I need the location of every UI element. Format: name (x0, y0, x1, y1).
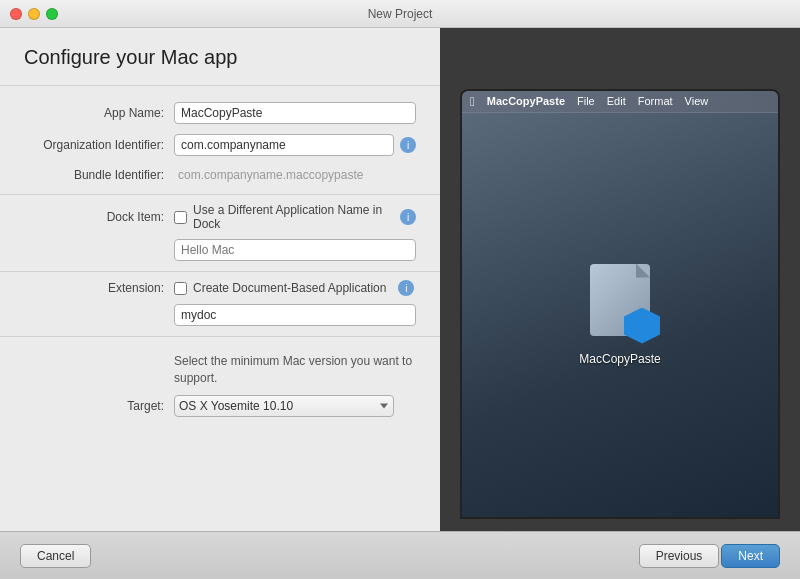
dock-item-label: Dock Item: (24, 210, 174, 224)
app-name-label: App Name: (24, 106, 174, 120)
dock-item-checkbox-row: Dock Item: Use a Different Application N… (0, 203, 440, 231)
mac-menu-app-name: MacCopyPaste (487, 95, 565, 107)
mac-menubar:  MacCopyPaste File Edit Format View (462, 91, 778, 113)
dock-item-checkbox[interactable] (174, 211, 187, 224)
dock-item-checkbox-content: Use a Different Application Name in Dock… (174, 203, 416, 231)
mac-menu-view: View (685, 95, 709, 107)
target-select-wrapper: OS X Yosemite 10.10 OS X Mavericks 10.9 … (174, 395, 394, 417)
extension-checkbox[interactable] (174, 282, 187, 295)
target-row: Target: OS X Yosemite 10.10 OS X Maveric… (0, 391, 440, 421)
extension-checkbox-row: Extension: Create Document-Based Applica… (0, 280, 440, 296)
app-icon-label: MacCopyPaste (579, 352, 660, 366)
close-button[interactable] (10, 8, 22, 20)
nav-buttons: Previous Next (639, 544, 780, 568)
target-description: Select the minimum Mac version you want … (0, 345, 440, 391)
left-panel: Configure your Mac app App Name: Organiz… (0, 28, 440, 579)
dock-item-label-spacer: Dock Item: (24, 210, 174, 224)
bundle-id-row: Bundle Identifier: com.companyname.macco… (0, 166, 440, 184)
org-id-info-icon[interactable]: i (400, 137, 416, 153)
right-panel:  MacCopyPaste File Edit Format View Mac… (440, 28, 800, 579)
bundle-id-label: Bundle Identifier: (24, 168, 174, 182)
bundle-id-value: com.companyname.maccopypaste (174, 166, 416, 184)
target-select[interactable]: OS X Yosemite 10.10 OS X Mavericks 10.9 … (174, 395, 394, 417)
next-button[interactable]: Next (721, 544, 780, 568)
extension-label-spacer: Extension: (24, 281, 174, 295)
app-icon (580, 264, 660, 344)
window-title: New Project (368, 7, 433, 21)
extension-input[interactable] (174, 304, 416, 326)
apple-menu-icon:  (470, 94, 475, 109)
target-label: Target: (24, 399, 174, 413)
maximize-button[interactable] (46, 8, 58, 20)
org-id-input[interactable] (174, 134, 394, 156)
app-name-input[interactable] (174, 102, 416, 124)
extension-input-row (0, 304, 440, 326)
cancel-button[interactable]: Cancel (20, 544, 91, 568)
main-content: Configure your Mac app App Name: Organiz… (0, 28, 800, 579)
separator-2 (0, 271, 440, 272)
mac-menu-edit: Edit (607, 95, 626, 107)
org-id-label: Organization Identifier: (24, 138, 174, 152)
previous-button[interactable]: Previous (639, 544, 720, 568)
bottom-bar: Cancel Previous Next (0, 531, 800, 579)
extension-checkbox-label: Create Document-Based Application (193, 281, 386, 295)
page-title: Configure your Mac app (24, 46, 416, 69)
mac-menu-format: Format (638, 95, 673, 107)
dock-item-checkbox-label: Use a Different Application Name in Dock (193, 203, 388, 231)
app-name-row: App Name: (0, 102, 440, 124)
panel-header: Configure your Mac app (0, 28, 440, 86)
titlebar-buttons (10, 8, 58, 20)
mac-desktop: MacCopyPaste (462, 113, 778, 517)
extension-label: Extension: (24, 281, 174, 295)
extension-checkbox-content: Create Document-Based Application i (174, 280, 416, 296)
dock-item-input-row (0, 239, 440, 261)
app-icon-wrapper: MacCopyPaste (579, 264, 660, 366)
org-id-row: Organization Identifier: i (0, 134, 440, 156)
mac-screen:  MacCopyPaste File Edit Format View Mac… (460, 89, 780, 519)
mac-menu-file: File (577, 95, 595, 107)
dock-item-info-icon[interactable]: i (400, 209, 416, 225)
separator-1 (0, 194, 440, 195)
form-area: App Name: Organization Identifier: i Bun… (0, 86, 440, 579)
titlebar: New Project (0, 0, 800, 28)
separator-3 (0, 336, 440, 337)
dock-item-input[interactable] (174, 239, 416, 261)
extension-info-icon[interactable]: i (398, 280, 414, 296)
minimize-button[interactable] (28, 8, 40, 20)
